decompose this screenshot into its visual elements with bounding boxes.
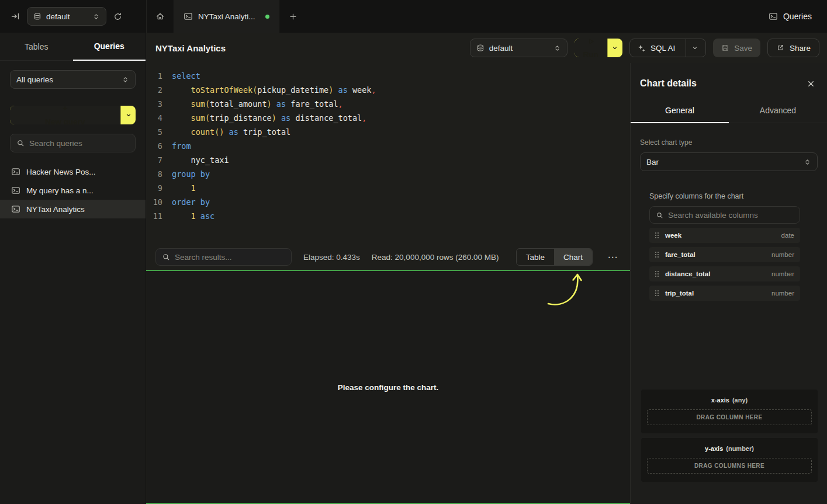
database-icon [33,12,41,20]
tab-home[interactable] [146,0,174,33]
more-options-button[interactable]: ⋯ [604,251,621,263]
column-list: weekdatefare_totalnumberdistance_totalnu… [649,228,800,301]
tab-nytaxi-analytics[interactable]: NYTaxi Analyti... [174,0,279,33]
plus-icon: + [63,106,68,113]
code-line: 9 1 [146,181,630,195]
query-list-item[interactable]: Hacker News Pos... [0,162,146,181]
run-options-dropdown[interactable] [607,39,622,57]
sidebar-tabs: Tables Queries [0,33,146,61]
query-icon [11,204,20,214]
chart-type-select[interactable]: Bar [640,152,818,171]
column-type: number [771,251,794,258]
code-line: 8group by [146,167,630,181]
drag-handle-icon[interactable] [653,231,660,239]
column-name: fare_total [665,251,695,258]
elapsed-time: Elapsed: 0.433s [303,253,360,262]
axes-config: x-axis(any) DRAG COLUMN HERE y-axis(numb… [641,390,818,482]
top-bar: default NYTaxi Analyti.. [0,0,827,33]
drag-handle-icon[interactable] [653,289,660,297]
query-filter-select[interactable]: All queries [10,70,136,89]
column-row[interactable]: distance_totalnumber [649,266,800,281]
query-list-item[interactable]: My query has a n... [0,181,146,200]
collapse-sidebar-icon [11,12,20,21]
page-title: NYTaxi Analytics [155,43,226,53]
panel-tab-advanced[interactable]: Advanced [729,99,827,123]
y-axis-hint: (number) [726,445,754,452]
new-tab-button[interactable] [279,0,307,33]
save-button-label: Save [734,44,752,53]
columns-label: Specify columns for the chart [649,192,800,200]
query-tab-icon [184,12,193,21]
sql-ai-dropdown[interactable] [686,39,698,57]
query-item-label: Hacker News Pos... [26,168,96,176]
drag-handle-icon[interactable] [653,251,660,259]
query-item-label: NYTaxi Analytics [26,205,85,214]
collapse-sidebar-button[interactable] [11,12,20,21]
column-name: week [665,232,681,239]
query-list: Hacker News Pos...My query has a n...NYT… [0,162,146,218]
chevron-updown-icon [804,158,811,166]
run-database-selector[interactable]: default [470,39,568,57]
share-button[interactable]: Share [767,39,819,57]
close-panel-button[interactable] [807,79,815,88]
query-list-item[interactable]: NYTaxi Analytics [0,200,146,218]
run-database-value: default [489,44,549,53]
query-header: NYTaxi Analytics default [146,33,827,63]
code-line: 4 sum(trip_distance) as distance_total, [146,111,630,125]
sql-ai-button[interactable]: SQL AI [629,39,706,57]
sidebar: Tables Queries All queries + New query [0,33,146,504]
view-toggle-table[interactable]: Table [517,249,554,265]
panel-header: Chart details [631,63,827,89]
code-line: 5 count() as trip_total [146,125,630,139]
search-results-input[interactable] [175,253,285,262]
view-toggle-chart[interactable]: Chart [554,249,592,265]
column-row[interactable]: weekdate [649,228,800,243]
run-button[interactable]: Run [575,39,622,57]
search-queries-box [10,134,136,152]
query-item-label: My query has a n... [26,186,94,195]
plus-icon [289,12,297,21]
sql-editor[interactable]: 1select2 toStartOfWeek(pickup_datetime) … [146,63,630,244]
chart-type-label: Select chart type [640,138,818,147]
columns-section: Specify columns for the chart weekdatefa… [640,192,818,301]
sidebar-tab-queries[interactable]: Queries [73,33,146,61]
x-axis-dropzone[interactable]: DRAG COLUMN HERE [647,409,812,425]
database-selector-value: default [46,12,88,21]
editor-column: 1select2 toStartOfWeek(pickup_datetime) … [146,63,630,504]
refresh-button[interactable] [113,12,122,21]
panel-tab-general[interactable]: General [631,99,729,123]
query-icon [11,186,20,195]
sql-ai-label: SQL AI [650,44,675,53]
chevron-updown-icon [92,13,100,20]
queries-button-label: Queries [783,12,812,21]
search-queries-input[interactable] [29,139,129,148]
column-type: number [771,270,794,277]
search-columns-input[interactable] [668,211,794,220]
chevron-updown-icon [553,44,561,52]
chart-area: Please configure the chart. [146,270,630,504]
save-button[interactable]: Save [713,39,760,57]
query-icon [11,167,20,176]
chart-placeholder-text: Please configure the chart. [338,383,439,392]
column-row[interactable]: fare_totalnumber [649,247,800,262]
view-toggle: Table Chart [516,248,593,266]
y-axis-dropzone[interactable]: DRAG COLUMNS HERE [647,458,812,474]
new-query-dropdown[interactable] [120,106,136,124]
code-line: 3 sum(total_amount) as fare_total, [146,97,630,111]
column-row[interactable]: trip_totalnumber [649,286,800,301]
database-selector[interactable]: default [27,7,106,26]
sparkle-icon [637,44,646,53]
sidebar-content: All queries + New query [0,61,146,504]
queries-button[interactable]: Queries [769,12,812,21]
results-toolbar: Elapsed: 0.433s Read: 20,000,000 rows (2… [146,244,630,270]
panel-tabs: General Advanced [631,99,827,123]
query-filter-value: All queries [16,75,117,84]
database-icon [476,44,485,52]
sidebar-tab-tables[interactable]: Tables [0,33,73,60]
search-icon [162,253,170,261]
code-line: 2 toStartOfWeek(pickup_datetime) as week… [146,83,630,97]
tab-label: NYTaxi Analyti... [198,12,255,21]
new-query-button[interactable]: + New query [10,106,136,124]
drag-handle-icon[interactable] [653,270,660,278]
code-line: 6from [146,139,630,153]
